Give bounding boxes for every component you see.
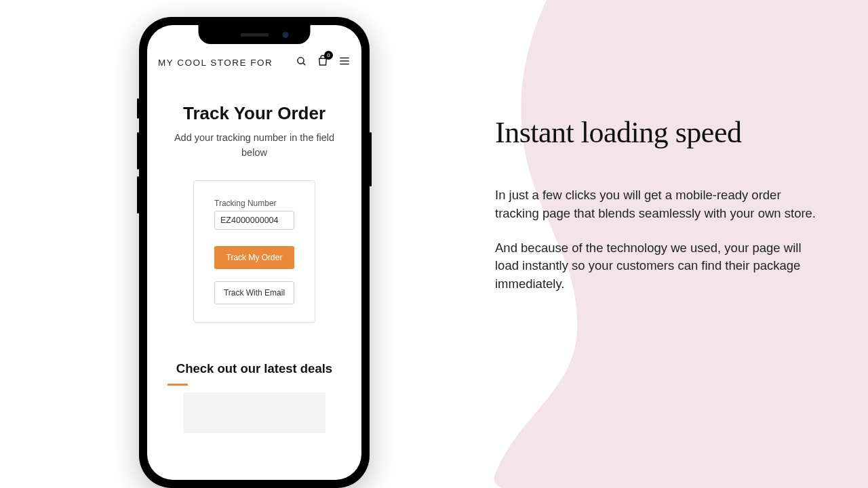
tracking-card: Tracking Number Track My Order Track Wit…	[193, 180, 315, 323]
svg-point-0	[298, 57, 304, 63]
marketing-para-2: And because of the technology we used, y…	[495, 239, 821, 293]
phone-mockup: MY COOL STORE FOR 0	[139, 17, 370, 488]
cart-icon[interactable]: 0	[317, 55, 329, 70]
marketing-para-1: In just a few clicks you will get a mobi…	[495, 186, 821, 223]
track-order-button[interactable]: Track My Order	[214, 246, 294, 269]
page-subtitle: Add your tracking number in the field be…	[163, 131, 345, 161]
phone-notch	[199, 25, 311, 44]
menu-icon[interactable]	[338, 55, 351, 70]
deals-underline	[167, 384, 188, 386]
tracking-number-input[interactable]	[214, 211, 294, 230]
cart-badge: 0	[324, 51, 333, 60]
app-header: MY COOL STORE FOR 0	[147, 51, 361, 77]
marketing-copy: Instant loading speed In just a few clic…	[495, 115, 821, 293]
deals-heading: Check out our latest deals	[163, 361, 345, 377]
page-title: Track Your Order	[163, 104, 345, 124]
svg-line-1	[303, 62, 305, 64]
deals-placeholder	[183, 392, 326, 433]
marketing-headline: Instant loading speed	[495, 115, 821, 150]
store-name: MY COOL STORE FOR	[158, 58, 273, 68]
search-icon[interactable]	[296, 56, 307, 70]
track-with-email-button[interactable]: Track With Email	[214, 281, 294, 304]
tracking-number-label: Tracking Number	[214, 199, 294, 208]
